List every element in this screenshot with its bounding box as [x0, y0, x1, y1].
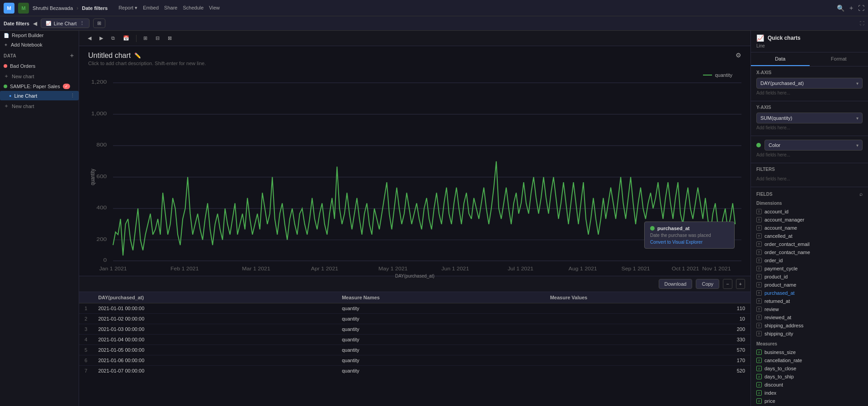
field-item-dimension[interactable]: T shipping_city — [756, 330, 863, 338]
collapse-table-button[interactable]: − — [723, 279, 732, 289]
align-left-button[interactable]: ⊞ — [140, 33, 151, 43]
tab-data[interactable]: Data — [751, 52, 810, 66]
nav-report[interactable]: Report ▾ — [118, 5, 137, 11]
field-type-icon: T — [756, 315, 762, 320]
field-item-dimension[interactable]: T product_id — [756, 273, 863, 281]
tooltip-convert-link[interactable]: Convert to Visual Explorer — [650, 240, 729, 245]
tooltip-header: purchased_at — [650, 226, 729, 231]
field-item-dimension[interactable]: T shipping_address — [756, 321, 863, 330]
undo-button[interactable]: ◀ — [85, 33, 94, 43]
row-date: 2021-01-07 00:00:00 — [93, 366, 336, 376]
col-num — [79, 292, 93, 303]
field-item-measure[interactable]: # index — [756, 389, 863, 397]
filters-add-fields[interactable]: Add fields here... — [756, 175, 863, 183]
dimensions-label: Dimensions — [756, 201, 863, 206]
chart-settings-icon[interactable]: ⚙ — [736, 52, 741, 59]
expand-right-icon[interactable]: ⛶ — [860, 21, 864, 26]
xaxis-add-fields[interactable]: Add fields here... — [756, 89, 863, 97]
copy-button[interactable]: Copy — [696, 279, 719, 289]
add-icon[interactable]: ＋ — [848, 4, 854, 12]
field-name: cancelled_at — [764, 233, 793, 239]
field-item-measure[interactable]: # discount — [756, 381, 863, 389]
field-type-icon: T — [756, 290, 762, 296]
chart-tab-menu[interactable]: ⋮ — [80, 20, 85, 26]
redo-button[interactable]: ▶ — [96, 33, 106, 43]
data-table: DAY(purchased_at) Measure Names Measure … — [79, 292, 750, 375]
sidebar-item-report-builder[interactable]: 📄 Report Builder — [0, 31, 79, 40]
nav-schedule[interactable]: Schedule — [183, 5, 203, 11]
chart-tab[interactable]: 📈 Line Chart ⋮ — [41, 19, 90, 28]
field-item-measure[interactable]: # cancellation_rate — [756, 356, 863, 364]
sidebar-item-bad-orders[interactable]: Bad Orders — [0, 61, 79, 71]
search-icon[interactable]: 🔍 — [837, 5, 844, 12]
table-wrapper: DAY(purchased_at) Measure Names Measure … — [79, 292, 750, 375]
download-button[interactable]: Download — [659, 279, 693, 289]
field-item-dimension[interactable]: T review — [756, 305, 863, 313]
expand-table-button[interactable]: + — [736, 279, 745, 289]
table-row: 1 2021-01-01 00:00:00 quantity 110 — [79, 303, 750, 314]
row-value: 110 — [545, 303, 750, 314]
line-chart-label: Line Chart — [14, 93, 37, 99]
calendar-button[interactable]: 📅 — [120, 33, 132, 43]
collapse-button[interactable]: ◀ — [33, 20, 37, 27]
filters-section: FILTERS Add fields here... — [751, 163, 868, 187]
chart-description[interactable]: Click to add chart description. Shift-en… — [88, 61, 206, 66]
field-item-dimension[interactable]: T account_name — [756, 224, 863, 232]
field-item-measure[interactable]: # price — [756, 397, 863, 405]
svg-text:0: 0 — [104, 257, 107, 263]
legend-label: quantity — [715, 72, 732, 78]
fields-search-icon[interactable]: ⌕ — [859, 191, 863, 197]
field-tooltip: purchased_at Date the purchase was place… — [644, 222, 735, 249]
tab-format[interactable]: Format — [810, 52, 868, 66]
field-item-dimension[interactable]: T payment_cycle — [756, 264, 863, 273]
field-item-dimension[interactable]: T account_id — [756, 208, 863, 216]
expand-icon[interactable]: ⛶ — [858, 5, 864, 12]
data-section-header: DATA ＋ — [0, 50, 79, 61]
field-item-measure[interactable]: # business_size — [756, 348, 863, 356]
color-arrow-icon: ▾ — [856, 143, 859, 148]
paper-sales-badge: ✓ — [63, 84, 70, 89]
field-item-dimension[interactable]: T order_id — [756, 256, 863, 264]
field-item-measure[interactable]: # days_to_ship — [756, 373, 863, 381]
field-item-dimension[interactable]: T returned_at — [756, 297, 863, 305]
new-chart-item-2[interactable]: ＋ New chart — [0, 100, 79, 112]
row-measure: quantity — [336, 366, 545, 376]
color-add-fields[interactable]: Add fields here... — [756, 151, 863, 159]
field-item-dimension[interactable]: T account_manager — [756, 216, 863, 224]
field-item-dimension[interactable]: T product_name — [756, 281, 863, 289]
field-type-icon: T — [756, 323, 762, 328]
yaxis-label: Y-Axis — [756, 105, 863, 110]
align-center-button[interactable]: ⊟ — [152, 33, 163, 43]
xaxis-select[interactable]: DAY(purchased_at) ▾ — [756, 78, 863, 89]
top-bar: M M Shruthi Bezawada › Date filters Repo… — [0, 0, 868, 16]
sidebar-item-line-chart[interactable]: ● Line Chart ⋮ — [0, 91, 79, 100]
view-toggle-button[interactable]: ⊞ — [93, 19, 105, 28]
line-chart-menu-icon[interactable]: ⋮ — [70, 93, 75, 99]
quick-charts-header: 📈 Quick charts — [756, 34, 863, 42]
chart-title[interactable]: Untitled chart ✏️ — [88, 52, 206, 60]
field-item-dimension[interactable]: T cancelled_at — [756, 232, 863, 240]
color-select[interactable]: Color ▾ — [764, 140, 863, 151]
yaxis-add-fields[interactable]: Add fields here... — [756, 123, 863, 132]
nav-view[interactable]: View — [209, 5, 220, 11]
field-item-dimension[interactable]: T order_contact_email — [756, 240, 863, 248]
yaxis-select[interactable]: SUM(quantity) ▾ — [756, 113, 863, 123]
row-num: 4 — [79, 335, 93, 345]
field-item-dimension[interactable]: T purchased_at — [756, 289, 863, 297]
nav-share[interactable]: Share — [164, 5, 177, 11]
sidebar-item-add-notebook[interactable]: ＋ Add Notebook — [0, 40, 79, 50]
app-icon: M — [18, 3, 29, 14]
align-right-button[interactable]: ⊠ — [165, 33, 175, 43]
sidebar-item-paper-sales[interactable]: SAMPLE: Paper Sales ✓ — [0, 82, 79, 91]
field-name: shipping_city — [764, 331, 793, 336]
field-item-dimension[interactable]: T reviewed_at — [756, 313, 863, 321]
edit-title-icon[interactable]: ✏️ — [134, 52, 141, 59]
nav-embed[interactable]: Embed — [143, 5, 159, 11]
field-name: product_id — [764, 274, 788, 279]
new-chart-item-1[interactable]: ＋ New chart — [0, 71, 79, 82]
field-item-dimension[interactable]: T order_contact_name — [756, 248, 863, 256]
duplicate-button[interactable]: ⧉ — [108, 33, 118, 43]
fields-panel: FIELDS ⌕ Dimensions T account_id T accou… — [751, 187, 868, 406]
data-add-icon[interactable]: ＋ — [69, 52, 75, 60]
field-item-measure[interactable]: # days_to_close — [756, 364, 863, 373]
